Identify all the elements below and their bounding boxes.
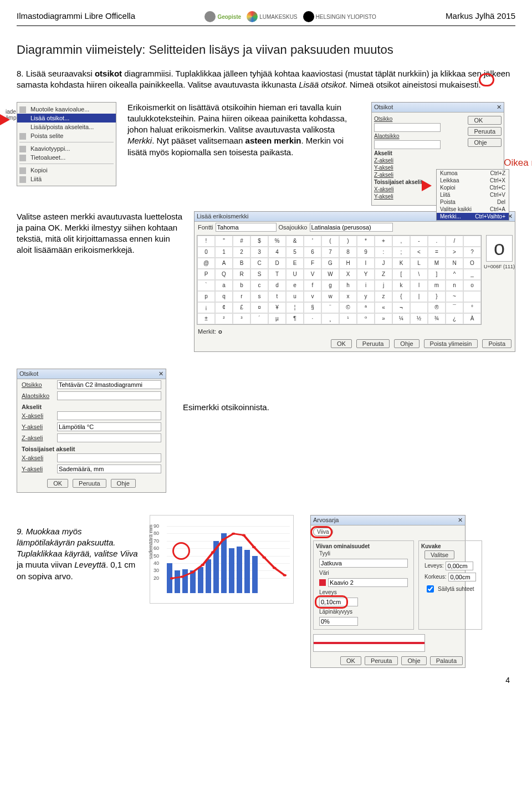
char-cell[interactable]: E — [286, 258, 304, 269]
char-cell[interactable]: ' — [304, 236, 321, 247]
char-cell[interactable]: 0 — [197, 247, 215, 258]
char-cell[interactable]: } — [428, 291, 446, 302]
char-cell[interactable]: ~ — [446, 291, 463, 302]
menu-item-dataranges[interactable]: Tietoalueet... — [17, 153, 116, 162]
char-cell[interactable]: 2 — [233, 247, 250, 258]
input-alaotsikko[interactable] — [57, 391, 161, 400]
char-cell[interactable]: À — [463, 313, 481, 324]
char-cell[interactable]: ¿ — [446, 313, 463, 324]
char-cell[interactable]: z — [375, 291, 392, 302]
char-cell[interactable]: ¶ — [286, 313, 304, 324]
mc-paste[interactable]: LiitäCtrl+V — [437, 191, 509, 198]
menu-item-copy[interactable]: Kopioi — [17, 166, 116, 175]
char-cell[interactable]: A — [215, 258, 233, 269]
char-cell[interactable]: ¥ — [268, 302, 286, 313]
char-cell[interactable]: r — [233, 291, 250, 302]
char-grid[interactable]: !"#$%&'()*+,-./ 0123456789:;<=>?@ABCDEFG… — [197, 235, 482, 325]
char-cell[interactable]: t — [268, 291, 286, 302]
char-cell[interactable]: k — [392, 280, 410, 291]
char-cell[interactable]: ´ — [250, 313, 268, 324]
input-otsikko[interactable] — [57, 380, 161, 389]
close-icon[interactable]: ✕ — [158, 370, 163, 377]
char-cell[interactable]: ª — [357, 302, 375, 313]
char-cell[interactable]: : — [375, 247, 392, 258]
char-cell[interactable]: ( — [321, 236, 339, 247]
mc-delete[interactable]: PoistaDel — [437, 198, 509, 206]
char-cell[interactable]: « — [375, 302, 392, 313]
char-cell[interactable]: o — [463, 280, 481, 291]
char-cell[interactable]: L — [410, 258, 428, 269]
titles-dialog[interactable]: Otsikot✕ Otsikko Alaotsikko Akselit X-ak… — [17, 369, 166, 493]
char-cell[interactable]: ? — [463, 247, 481, 258]
char-cell[interactable]: ½ — [410, 313, 428, 324]
char-cell[interactable]: 7 — [321, 247, 339, 258]
char-cell[interactable]: N — [446, 258, 463, 269]
delete-button[interactable]: Poista — [482, 339, 511, 348]
menu-item-format[interactable]: Muotoile kaavioalue... — [17, 105, 116, 114]
char-cell[interactable]: m — [428, 280, 446, 291]
mc-undo[interactable]: KumoaCtrl+Z — [437, 170, 509, 177]
char-cell[interactable]: ® — [428, 302, 446, 313]
char-cell[interactable]: x — [339, 291, 357, 302]
char-cell[interactable]: C — [250, 258, 268, 269]
tab-viiva[interactable]: Viiva — [313, 528, 333, 536]
char-cell[interactable]: # — [233, 236, 250, 247]
char-cell[interactable]: < — [410, 247, 428, 258]
keep-ratio-checkbox[interactable] — [427, 585, 434, 593]
char-cell[interactable]: , — [392, 236, 410, 247]
char-cell[interactable]: @ — [197, 258, 215, 269]
char-cell[interactable]: 1 — [215, 247, 233, 258]
color-select[interactable] — [328, 578, 408, 587]
dataseries-dialog[interactable]: Arvosarja✕ Viiva Viivan ominaisuudet Tyy… — [310, 515, 466, 668]
char-cell[interactable]: s — [250, 291, 268, 302]
ok-button[interactable]: OK — [331, 339, 352, 348]
icon-w[interactable] — [446, 562, 473, 570]
char-cell[interactable]: ¤ — [250, 302, 268, 313]
char-cell[interactable]: F — [304, 258, 321, 269]
char-cell[interactable]: h — [339, 280, 357, 291]
char-cell[interactable]: $ — [250, 236, 268, 247]
help-button[interactable]: Ohje — [394, 339, 419, 348]
char-cell[interactable]: ¦ — [286, 302, 304, 313]
mc-character[interactable]: Merkki...Ctrl+Vaihto+ — [437, 213, 509, 220]
char-cell[interactable]: P — [197, 269, 215, 280]
icon-h[interactable] — [448, 573, 476, 581]
char-cell[interactable]: G — [321, 258, 339, 269]
char-cell[interactable]: ` — [197, 280, 215, 291]
menu-item-legend[interactable]: Poista selite — [17, 131, 116, 140]
char-cell[interactable]: ¼ — [392, 313, 410, 324]
char-cell[interactable]: & — [286, 236, 304, 247]
char-cell[interactable]: 3 — [250, 247, 268, 258]
char-cell[interactable]: + — [375, 236, 392, 247]
char-cell[interactable]: ¯ — [446, 302, 463, 313]
char-cell[interactable]: X — [339, 269, 357, 280]
char-cell[interactable]: g — [321, 280, 339, 291]
char-cell[interactable] — [463, 291, 481, 302]
char-cell[interactable]: > — [446, 247, 463, 258]
char-cell[interactable]: * — [357, 236, 375, 247]
char-cell[interactable]: ¢ — [215, 302, 233, 313]
char-cell[interactable]: v — [304, 291, 321, 302]
char-cell[interactable]: ¨ — [321, 302, 339, 313]
reset-button[interactable]: Palauta — [430, 656, 463, 665]
font-select[interactable] — [216, 223, 277, 232]
titles-dialog-small[interactable]: Otsikot✕ Otsikko Alaotsikko Akselit Z-ak… — [371, 102, 504, 206]
char-cell[interactable]: ¬ — [392, 302, 410, 313]
cancel-button[interactable]: Peruuta — [365, 656, 398, 665]
delete-last-button[interactable]: Poista ylimeisin — [424, 339, 478, 348]
char-cell[interactable]: " — [215, 236, 233, 247]
char-cell[interactable]: u — [286, 291, 304, 302]
char-cell[interactable]: £ — [233, 302, 250, 313]
input-otsikko[interactable] — [374, 123, 441, 132]
char-cell[interactable]: % — [268, 236, 286, 247]
char-cell[interactable]: Q — [215, 269, 233, 280]
char-cell[interactable]: l — [410, 280, 428, 291]
char-cell[interactable]: V — [304, 269, 321, 280]
char-cell[interactable]: T — [268, 269, 286, 280]
trans-input[interactable] — [319, 617, 358, 626]
input-x[interactable] — [57, 411, 161, 420]
char-cell[interactable]: a — [215, 280, 233, 291]
menu-item-charttype[interactable]: Kaaviotyyppi... — [17, 144, 116, 153]
ok-button[interactable]: OK — [47, 479, 68, 488]
mc-copy[interactable]: KopioiCtrl+C — [437, 184, 509, 191]
